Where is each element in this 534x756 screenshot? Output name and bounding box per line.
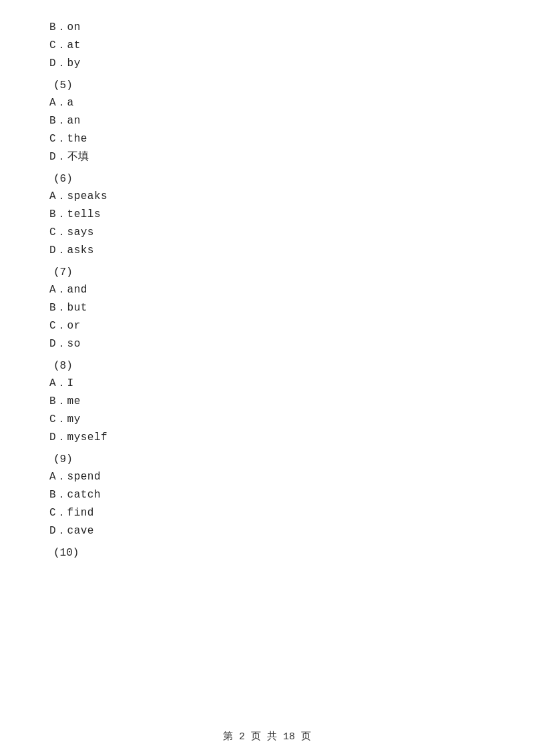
q9-option-d: D．cave: [47, 524, 487, 538]
preceding-options-group: B．on C．at D．by: [47, 20, 487, 70]
question-7: (7) A．and B．but C．or D．so: [47, 266, 487, 351]
q8-option-a: A．I: [47, 376, 487, 390]
question-10-number: (10): [47, 547, 487, 559]
q8-option-c: C．my: [47, 412, 487, 426]
q5-option-c: C．the: [47, 132, 487, 146]
q7-option-c: C．or: [47, 319, 487, 333]
page-footer: 第 2 页 共 18 页: [0, 730, 534, 743]
q7-option-a: A．and: [47, 282, 487, 297]
q6-option-c: C．says: [47, 225, 487, 239]
question-8: (8) A．I B．me C．my D．myself: [47, 360, 487, 444]
option-b-on: B．on: [47, 20, 487, 34]
q8-option-b: B．me: [47, 394, 487, 408]
q5-option-b: B．an: [47, 114, 487, 128]
page-content: B．on C．at D．by (5) A．a B．an C．the D．不填 (…: [0, 0, 534, 603]
question-8-number: (8): [47, 360, 487, 372]
question-9: (9) A．spend B．catch C．find D．cave: [47, 453, 487, 538]
question-6-number: (6): [47, 173, 487, 185]
question-6: (6) A．speaks B．tells C．says D．asks: [47, 173, 487, 257]
q6-option-a: A．speaks: [47, 189, 487, 203]
option-c-at: C．at: [47, 38, 487, 52]
q9-option-c: C．find: [47, 506, 487, 520]
q6-option-d: D．asks: [47, 243, 487, 257]
q5-option-a: A．a: [47, 96, 487, 110]
question-10: (10): [47, 547, 487, 559]
q5-option-d: D．不填: [47, 150, 487, 164]
question-5-number: (5): [47, 79, 487, 91]
q7-option-b: B．but: [47, 301, 487, 315]
question-7-number: (7): [47, 266, 487, 278]
q9-option-b: B．catch: [47, 488, 487, 502]
option-d-by: D．by: [47, 56, 487, 70]
question-5: (5) A．a B．an C．the D．不填: [47, 79, 487, 164]
q8-option-d: D．myself: [47, 430, 487, 444]
q9-option-a: A．spend: [47, 469, 487, 484]
q6-option-b: B．tells: [47, 207, 487, 221]
q7-option-d: D．so: [47, 337, 487, 351]
question-9-number: (9): [47, 453, 487, 465]
